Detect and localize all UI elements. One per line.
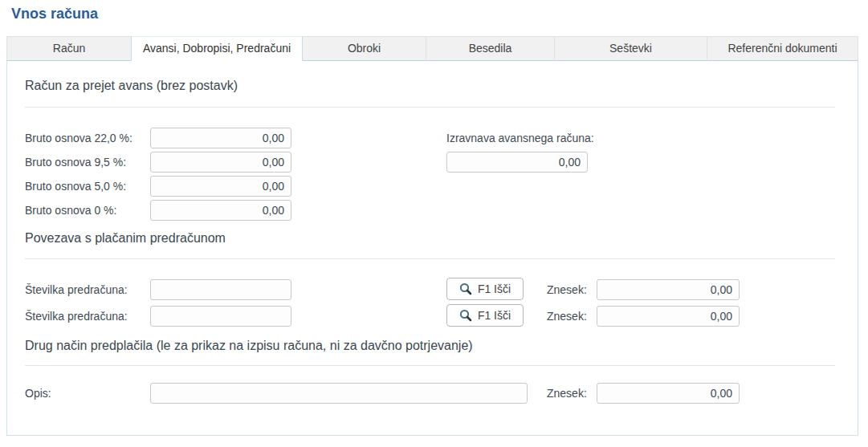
- input-izravnava-avansnega-racuna[interactable]: [446, 152, 588, 173]
- input-bruto-osnova-50[interactable]: [150, 176, 291, 197]
- input-znesek-2[interactable]: [597, 306, 740, 327]
- input-bruto-osnova-0[interactable]: [150, 200, 291, 221]
- label-znesek-1: Znesek:: [547, 279, 587, 300]
- page-title: Vnos računa: [11, 6, 98, 22]
- input-bruto-osnova-22[interactable]: [150, 128, 291, 148]
- label-bruto-osnova-22: Bruto osnova 22,0 %:: [25, 128, 132, 148]
- label-izravnava-avansnega-racuna: Izravnava avansnega računa:: [446, 128, 594, 148]
- search-button-label: F1 Išči: [478, 282, 511, 295]
- section-divider: [25, 107, 835, 108]
- tab-content-panel: Račun za prejet avans (brez postavk) Bru…: [6, 61, 858, 436]
- section-divider: [25, 258, 835, 259]
- label-bruto-osnova-95: Bruto osnova 9,5 %:: [25, 152, 126, 173]
- search-button-label: F1 Išči: [478, 309, 511, 322]
- tab-referencni-dokumenti[interactable]: Referenčni dokumenti: [707, 36, 858, 61]
- label-opis: Opis:: [25, 383, 51, 404]
- input-bruto-osnova-95[interactable]: [150, 152, 291, 173]
- input-znesek-3[interactable]: [597, 383, 740, 404]
- section-heading-drug-nacin: Drug način predplačila (le za prikaz na …: [25, 339, 473, 353]
- input-znesek-1[interactable]: [597, 279, 740, 300]
- section-heading-avans: Račun za prejet avans (brez postavk): [25, 79, 238, 93]
- label-bruto-osnova-50: Bruto osnova 5,0 %:: [25, 176, 126, 197]
- input-stevilka-predracuna-2[interactable]: [150, 306, 291, 327]
- label-bruto-osnova-0: Bruto osnova 0 %:: [25, 200, 116, 221]
- tab-besedila[interactable]: Besedila: [426, 36, 554, 61]
- tab-avansi-dobropisi-predracuni[interactable]: Avansi, Dobropisi, Predračuni: [131, 36, 303, 61]
- tab-obroki[interactable]: Obroki: [303, 36, 426, 61]
- input-opis[interactable]: [150, 383, 528, 404]
- tab-sestevki[interactable]: Seštevki: [554, 36, 707, 61]
- tab-bar: Račun Avansi, Dobropisi, Predračuni Obro…: [6, 36, 858, 61]
- input-stevilka-predracuna-1[interactable]: [150, 279, 291, 300]
- magnifier-icon: [459, 309, 472, 322]
- label-stevilka-predracuna-1: Številka predračuna:: [25, 279, 128, 300]
- label-znesek-3: Znesek:: [547, 383, 587, 404]
- tab-racun[interactable]: Račun: [6, 36, 131, 61]
- section-heading-povezava: Povezava s plačanim predračunom: [25, 231, 226, 246]
- label-znesek-2: Znesek:: [547, 306, 587, 327]
- search-predracun-button-2[interactable]: F1 Išči: [446, 304, 524, 327]
- section-divider: [25, 365, 835, 366]
- search-predracun-button-1[interactable]: F1 Išči: [446, 278, 524, 300]
- magnifier-icon: [459, 282, 472, 295]
- label-stevilka-predracuna-2: Številka predračuna:: [25, 306, 128, 327]
